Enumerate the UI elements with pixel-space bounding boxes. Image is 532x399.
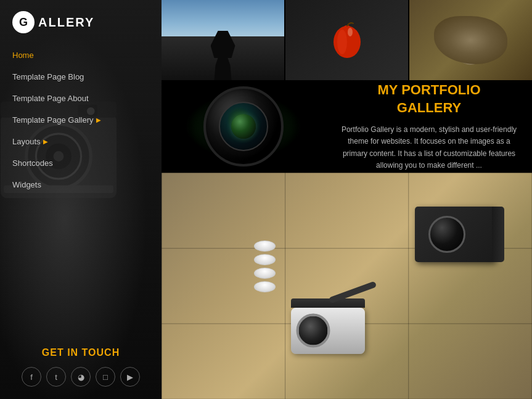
modern-camera-body	[415, 207, 495, 262]
cylinder-1	[254, 241, 276, 252]
layouts-arrow-icon: ▶	[43, 138, 48, 145]
pinterest-icon[interactable]: ◕	[71, 367, 91, 387]
modern-camera	[415, 207, 495, 262]
nav-label-home: Home	[12, 51, 34, 60]
facebook-icon[interactable]: f	[22, 367, 41, 387]
cylinder-3	[254, 268, 276, 279]
portfolio-title: MY PORTFOLIO GALLERY	[377, 81, 480, 117]
sidebar: G ALLERY Home Template Page Blog Templat…	[0, 0, 162, 399]
portfolio-title-line2: GALLERY	[397, 100, 461, 115]
nav-label-widgets: Widgets	[12, 180, 41, 189]
logo-text: ALLERY	[38, 15, 94, 30]
photo-apple	[285, 0, 408, 80]
get-in-touch-title: GET IN TOUCH	[12, 347, 149, 358]
modern-camera-grip	[492, 207, 504, 262]
photo-person-sky	[162, 0, 284, 80]
vintage-camera-lens	[297, 314, 330, 348]
nav-item-shortcodes[interactable]: Shortcodes	[0, 152, 162, 174]
nav-label-gallery: Template Page Gallery	[12, 115, 94, 125]
person-silhouette	[211, 31, 235, 80]
vintage-camera-body	[291, 308, 365, 354]
navigation: Home Template Page Blog Template Page Ab…	[0, 44, 162, 195]
nav-item-home[interactable]: Home	[0, 44, 162, 66]
lens-caps	[254, 241, 276, 292]
instagram-icon[interactable]: □	[96, 367, 115, 387]
vintage-camera	[291, 308, 365, 354]
vintage-camera-top	[291, 298, 365, 308]
lens-inner-ring	[219, 102, 268, 151]
snail-illustration	[409, 0, 532, 80]
get-in-touch-section: GET IN TOUCH f t ◕ □ ▶	[0, 335, 162, 399]
nav-label-shortcodes: Shortcodes	[12, 158, 53, 168]
bottom-camera-grid	[162, 173, 532, 399]
camera-grid-background	[162, 173, 532, 399]
logo-area: G ALLERY	[0, 0, 162, 39]
lens-photo	[162, 80, 325, 173]
svg-point-12	[348, 28, 353, 36]
lens-core	[231, 114, 256, 139]
portfolio-title-line1: MY PORTFOLIO	[377, 82, 480, 97]
nav-label-layouts: Layouts	[12, 137, 41, 146]
gallery-arrow-icon: ▶	[96, 117, 101, 123]
sidebar-content: G ALLERY Home Template Page Blog Templat…	[0, 0, 162, 399]
lens-outer-ring	[203, 86, 284, 167]
nav-item-widgets[interactable]: Widgets	[0, 174, 162, 195]
svg-point-14	[456, 25, 480, 56]
portfolio-text-area: MY PORTFOLIO GALLERY Portfolio Gallery i…	[326, 80, 532, 173]
logo-icon: G	[12, 11, 35, 33]
modern-camera-lens	[428, 216, 465, 253]
main-content: MY PORTFOLIO GALLERY Portfolio Gallery i…	[162, 0, 532, 399]
nav-item-about[interactable]: Template Page About	[0, 88, 162, 109]
social-icons-row: f t ◕ □ ▶	[12, 367, 149, 387]
svg-point-16	[461, 32, 469, 42]
nav-item-gallery[interactable]: Template Page Gallery ▶	[0, 109, 162, 131]
svg-point-10	[337, 30, 347, 54]
portfolio-description: Portfolio Gallery is a modern, stylish a…	[338, 124, 520, 171]
svg-point-15	[459, 29, 473, 47]
middle-section: MY PORTFOLIO GALLERY Portfolio Gallery i…	[162, 80, 532, 173]
cylinder-4	[254, 281, 276, 292]
nav-item-blog[interactable]: Template Page Blog	[0, 66, 162, 88]
nav-label-about: Template Page About	[12, 94, 89, 103]
nav-label-blog: Template Page Blog	[12, 72, 84, 81]
cylinder-2	[254, 254, 276, 265]
youtube-icon[interactable]: ▶	[120, 367, 140, 387]
nav-item-layouts[interactable]: Layouts ▶	[0, 131, 162, 152]
top-photo-grid	[162, 0, 532, 80]
apple-illustration	[329, 19, 366, 62]
svg-point-13	[452, 22, 489, 65]
photo-snail	[409, 0, 532, 80]
twitter-icon[interactable]: t	[46, 367, 66, 387]
